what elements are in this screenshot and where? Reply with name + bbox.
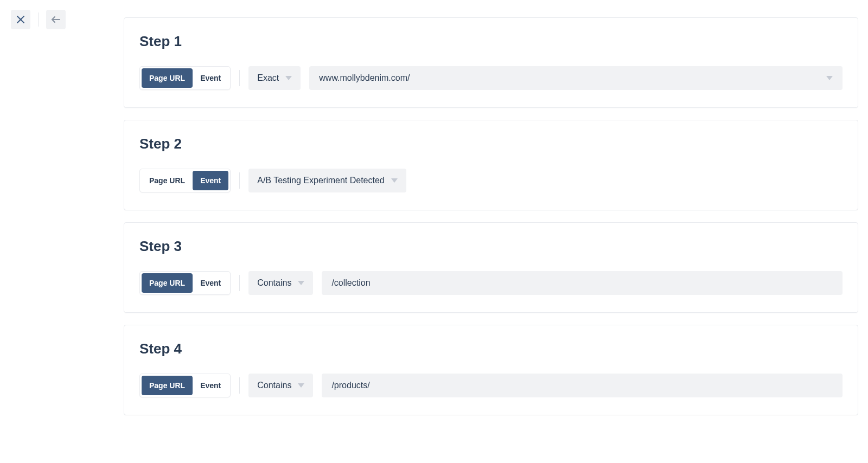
event-dropdown[interactable]: A/B Testing Experiment Detected [248, 169, 406, 192]
step-title: Step 4 [139, 340, 843, 357]
step-row: Page URL Event Contains /products/ [139, 374, 843, 397]
chevron-down-icon [298, 281, 304, 285]
toggle-group: Page URL Event [139, 169, 231, 192]
step-title: Step 1 [139, 33, 843, 50]
url-value-text: /collection [331, 278, 833, 288]
chevron-down-icon [285, 76, 292, 80]
toggle-page-url[interactable]: Page URL [142, 273, 193, 293]
back-button[interactable] [46, 10, 66, 29]
divider [239, 275, 240, 291]
step-card: Step 2 Page URL Event A/B Testing Experi… [124, 120, 858, 210]
step-row: Page URL Event Contains /collection [139, 271, 843, 295]
toggle-event[interactable]: Event [193, 273, 228, 293]
toggle-group: Page URL Event [139, 66, 231, 90]
step-title: Step 2 [139, 136, 843, 152]
url-value-input[interactable]: /products/ [322, 374, 843, 397]
toggle-page-url[interactable]: Page URL [142, 171, 193, 190]
close-button[interactable] [11, 10, 30, 29]
toggle-page-url[interactable]: Page URL [142, 376, 193, 395]
match-type-dropdown[interactable]: Exact [248, 66, 301, 90]
match-type-label: Contains [257, 278, 291, 288]
match-type-label: Contains [257, 381, 291, 390]
match-type-label: Exact [257, 73, 279, 83]
url-value-text: /products/ [331, 381, 833, 390]
divider [239, 172, 240, 189]
step-row: Page URL Event Exact www.mollybdenim.com… [139, 66, 843, 90]
match-type-dropdown[interactable]: Contains [248, 271, 313, 295]
toggle-group: Page URL Event [139, 374, 231, 397]
step-row: Page URL Event A/B Testing Experiment De… [139, 169, 843, 192]
chevron-down-icon [298, 383, 304, 388]
step-card: Step 3 Page URL Event Contains /collecti… [124, 222, 858, 313]
match-type-dropdown[interactable]: Contains [248, 374, 313, 397]
url-value-text: www.mollybdenim.com/ [319, 73, 820, 83]
arrow-left-icon [52, 16, 60, 23]
step-card: Step 1 Page URL Event Exact www.mollybde… [124, 17, 858, 108]
toggle-page-url[interactable]: Page URL [142, 68, 193, 88]
url-value-input[interactable]: /collection [322, 271, 843, 295]
url-value-input[interactable]: www.mollybdenim.com/ [309, 66, 843, 90]
toggle-event[interactable]: Event [193, 68, 228, 88]
toggle-event[interactable]: Event [193, 376, 228, 395]
toggle-event[interactable]: Event [193, 171, 228, 190]
event-label: A/B Testing Experiment Detected [257, 176, 385, 185]
chevron-down-icon [826, 76, 833, 80]
divider [38, 12, 39, 27]
chevron-down-icon [391, 178, 398, 183]
divider [239, 377, 240, 394]
divider [239, 70, 240, 86]
toggle-group: Page URL Event [139, 271, 231, 295]
step-card: Step 4 Page URL Event Contains /products… [124, 325, 858, 415]
step-title: Step 3 [139, 238, 843, 255]
content-area: Step 1 Page URL Event Exact www.mollybde… [0, 17, 868, 449]
close-icon [17, 16, 24, 23]
